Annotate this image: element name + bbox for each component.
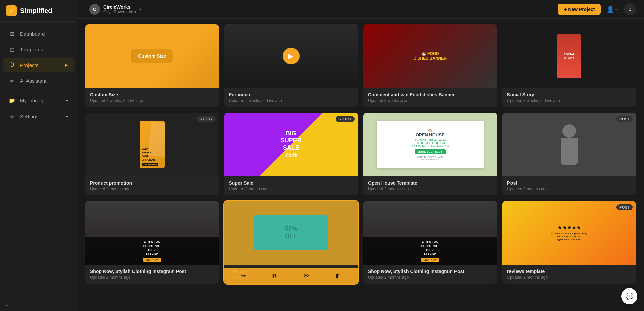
view-icon[interactable]: 👁 [303,96,309,103]
view-icon[interactable]: 👁 [581,184,587,191]
user-add-icon-button[interactable]: 👤+ [605,4,620,15]
edit-icon[interactable]: ✏ [102,272,107,280]
project-card-shop-stylish-2[interactable]: POST LIFE'S TOOSHORT NOTTO BESTYLISH SHO… [363,201,497,284]
library-icon: 📁 [9,97,15,104]
topbar: C CircleWorks Ovya Raveendran ▾ + New Pr… [77,0,644,19]
copy-icon[interactable]: ⧉ [133,273,138,280]
delete-icon[interactable]: 🗑 [196,96,202,103]
copy-icon[interactable]: ⧉ [133,184,138,191]
project-card-open-house[interactable]: POST 🏠 OPEN HOUSE SUNDAY FEB 22, 202110:… [363,113,497,195]
project-card-shop-stylish-1[interactable]: POST LIFE'S TOOSHORT NOTTO BESTYLISH SHO… [85,201,219,284]
view-icon[interactable]: 👁 [581,96,587,103]
delete-icon[interactable]: 🗑 [474,273,480,280]
projects-grid: Custom Size Custom Size Updated 2 weeks,… [85,24,636,284]
main-area: C CircleWorks Ovya Raveendran ▾ + New Pr… [77,0,644,311]
view-icon[interactable]: 👁 [442,96,448,103]
sidebar-item-projects[interactable]: ⏱ Projects ▶ [3,58,74,72]
logo-area: ⚡ Simplified [0,0,77,22]
delete-icon[interactable]: 🗑 [335,273,341,280]
delete-icon[interactable]: 🗑 [474,96,480,103]
card-badge-story-sale: STORY [336,116,355,122]
delete-icon[interactable]: 🗑 [196,273,202,280]
workspace-avatar: C [89,4,100,15]
view-icon[interactable]: 👁 [164,184,170,191]
delete-icon[interactable]: 🗑 [613,96,619,103]
project-card-reviews-template[interactable]: POST ★★★★★ Lorem ipsum is simply dummyte… [502,201,636,284]
sidebar-item-ai-assistant[interactable]: ✏ AI Assistant [3,74,74,88]
sidebar-label-dashboard: Dashboard [20,31,68,37]
card-badge-post-rv: POST [616,204,633,210]
edit-icon[interactable]: ✏ [241,96,246,103]
card-thumbnail-open-house: POST 🏠 OPEN HOUSE SUNDAY FEB 22, 202110:… [363,113,497,176]
project-card-product-promotion[interactable]: STORY VERYSIMPLEFASTEFFICIENT GET STARTE… [85,113,219,195]
new-project-button[interactable]: + New Project [558,4,601,15]
sidebar-item-templates[interactable]: ◻ Templates [3,42,74,57]
library-arrow-icon: ▾ [66,98,68,103]
edit-icon[interactable]: ✏ [380,184,385,191]
sidebar: ⚡ Simplified ⊞ Dashboard ◻ Templates ⏱ P… [0,0,77,311]
view-icon[interactable]: 👁 [442,184,448,191]
card-thumbnail-food-banner: 🍜 FOODDISHES BANNER [363,24,497,88]
copy-icon[interactable]: ⧉ [411,184,416,191]
project-card-custom-size[interactable]: Custom Size Custom Size Updated 2 weeks,… [85,24,219,107]
delete-icon[interactable]: 🗑 [196,184,202,191]
sidebar-label-library: My Library [20,98,61,103]
project-card-50off[interactable]: POST ✓ 50%OFF 50% OFF Updated 2 months a… [224,201,358,284]
card-thumbnail-shop-stylish-2: POST LIFE'S TOOSHORT NOTTO BESTYLISH SHO… [363,201,497,265]
user-avatar-button[interactable]: 0 [624,3,636,15]
sidebar-item-dashboard[interactable]: ⊞ Dashboard [3,27,74,41]
view-icon[interactable]: 👁 [303,273,309,280]
edit-icon[interactable]: ✏ [519,272,524,280]
sidebar-item-my-library[interactable]: 📁 My Library ▾ [3,93,74,108]
project-card-for-video[interactable]: ▶ For video Updated 2 weeks, 6 days ago … [224,24,358,107]
copy-icon[interactable]: ⧉ [550,96,555,103]
chat-icon: 💬 [625,292,634,300]
delete-icon[interactable]: 🗑 [613,273,619,280]
view-icon[interactable]: 👁 [581,273,587,280]
edit-icon[interactable]: ✏ [380,272,385,280]
delete-icon[interactable]: 🗑 [335,184,341,191]
copy-icon[interactable]: ⧉ [272,96,277,103]
copy-icon[interactable]: ⧉ [550,184,555,191]
workspace-name: CircleWorks [103,4,136,10]
sidebar-label-ai: AI Assistant [20,78,68,84]
edit-icon[interactable]: ✏ [241,272,246,280]
card-thumbnail-super-sale: STORY BIGSUPERSALE75% [224,113,358,176]
card-thumbnail-social-story: SOCIALSTORY [502,24,636,88]
view-icon[interactable]: 👁 [303,184,309,191]
app-name: Simplified [20,7,52,15]
collapse-icon: « [6,303,8,308]
copy-icon[interactable]: ⧉ [411,96,416,103]
edit-icon[interactable]: ✏ [519,184,524,191]
card-badge-post: POST [616,116,633,122]
workspace-selector[interactable]: C CircleWorks Ovya Raveendran ▾ [85,2,145,17]
sidebar-item-settings[interactable]: ⚙ Settings ▾ [3,109,74,124]
view-icon[interactable]: 👁 [164,273,170,280]
copy-icon[interactable]: ⧉ [550,273,555,280]
edit-icon[interactable]: ✏ [241,184,246,191]
copy-icon[interactable]: ⧉ [133,96,138,103]
copy-icon[interactable]: ⧉ [272,273,277,280]
edit-icon[interactable]: ✏ [380,96,385,103]
project-card-social-story[interactable]: SOCIALSTORY Social Story Updated 3 weeks… [502,24,636,107]
delete-icon[interactable]: 🗑 [474,184,480,191]
copy-icon[interactable]: ⧉ [411,273,416,280]
chat-button[interactable]: 💬 [621,288,637,304]
project-card-food-banner[interactable]: 🍜 FOODDISHES BANNER Comment and win Food… [363,24,497,107]
content-area: Custom Size Custom Size Updated 2 weeks,… [77,19,644,311]
logo-icon: ⚡ [6,5,17,16]
edit-icon[interactable]: ✏ [102,184,107,191]
view-icon[interactable]: 👁 [164,96,170,103]
card-thumbnail-50off: POST ✓ 50%OFF [224,201,358,265]
card-thumbnail-for-video: ▶ [224,24,358,88]
edit-icon[interactable]: ✏ [102,96,107,103]
collapse-sidebar-button[interactable]: « [0,299,77,311]
project-card-super-sale[interactable]: STORY BIGSUPERSALE75% Super Sale Updated… [224,113,358,195]
view-icon[interactable]: 👁 [442,273,448,280]
copy-icon[interactable]: ⧉ [272,184,277,191]
project-card-post[interactable]: POST Post Updated 2 months ago ✏ ⧉ � [502,113,636,195]
edit-icon[interactable]: ✏ [519,96,524,103]
delete-icon[interactable]: 🗑 [335,96,341,103]
card-actions-50off: ✏ ⧉ 👁 🗑 [224,268,358,284]
delete-icon[interactable]: 🗑 [613,184,619,191]
